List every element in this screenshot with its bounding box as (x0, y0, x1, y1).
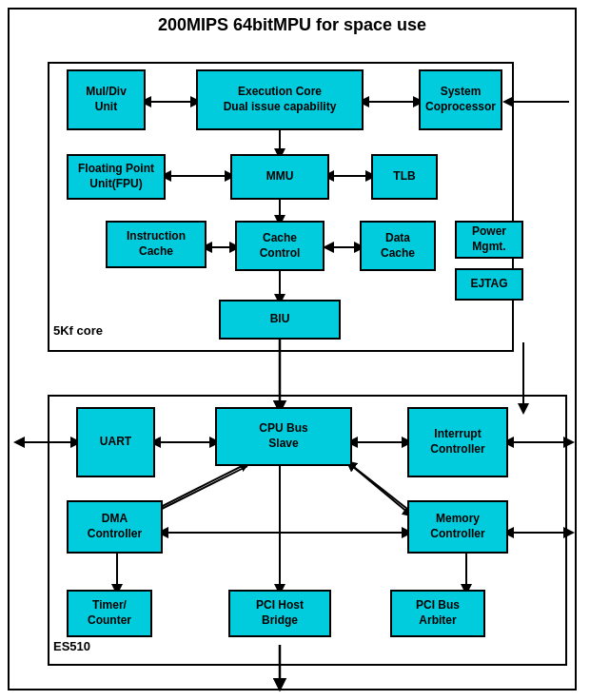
interrupt-ctrl-block: InterruptController (407, 407, 508, 477)
cpu-bus-slave-block: CPU BusSlave (215, 407, 352, 466)
execution-core-label: Execution CoreDual issue capability (224, 85, 337, 114)
system-cop-block: SystemCoprocessor (419, 69, 502, 130)
power-mgmt-block: PowerMgmt. (455, 221, 523, 259)
cache-control-block: CacheControl (235, 221, 324, 271)
timer-counter-label: Timer/Counter (88, 598, 131, 628)
pci-host-bridge-label: PCI HostBridge (256, 598, 304, 628)
pci-host-bridge-block: PCI HostBridge (228, 590, 331, 637)
uart-block: UART (76, 407, 155, 477)
instruction-cache-label: InstructionCache (127, 229, 186, 259)
mul-div-block: Mul/DivUnit (67, 69, 146, 130)
mmu-block: MMU (230, 154, 329, 200)
ejtag-block: EJTAG (455, 268, 523, 301)
diagram-container: 200MIPS 64bitMPU for space use (0, 0, 590, 700)
system-cop-label: SystemCoprocessor (425, 85, 496, 114)
interrupt-ctrl-label: InterruptController (430, 427, 484, 457)
tlb-block: TLB (371, 154, 438, 200)
pci-bus-arbiter-block: PCI BusArbiter (390, 590, 485, 637)
es510-label: ES510 (53, 639, 90, 653)
uart-label: UART (100, 435, 131, 450)
biu-block: BIU (219, 300, 341, 340)
cache-control-label: CacheControl (260, 231, 301, 261)
ejtag-label: EJTAG (470, 277, 507, 292)
tlb-label: TLB (393, 169, 415, 185)
biu-label: BIU (270, 312, 290, 327)
cpu-bus-slave-label: CPU BusSlave (259, 421, 307, 451)
fpu-label: Floating PointUnit(FPU) (78, 162, 154, 191)
data-cache-label: DataCache (381, 231, 415, 261)
data-cache-block: DataCache (360, 221, 436, 271)
outer-box: 200MIPS 64bitMPU for space use (8, 8, 577, 690)
core-label: 5Kf core (53, 323, 103, 338)
pci-bus-arbiter-label: PCI BusArbiter (416, 598, 460, 628)
dma-ctrl-block: DMAController (67, 500, 163, 554)
power-mgmt-label: PowerMgmt. (472, 224, 506, 254)
diagram-title: 200MIPS 64bitMPU for space use (10, 10, 575, 39)
memory-ctrl-block: MemoryController (407, 500, 508, 554)
memory-ctrl-label: MemoryController (430, 512, 484, 541)
timer-counter-block: Timer/Counter (67, 590, 152, 637)
fpu-block: Floating PointUnit(FPU) (67, 154, 166, 200)
dma-ctrl-label: DMAController (88, 512, 142, 541)
execution-core-block: Execution CoreDual issue capability (196, 69, 364, 130)
mul-div-label: Mul/DivUnit (86, 85, 127, 114)
instruction-cache-block: InstructionCache (106, 221, 206, 268)
mmu-label: MMU (266, 169, 294, 185)
